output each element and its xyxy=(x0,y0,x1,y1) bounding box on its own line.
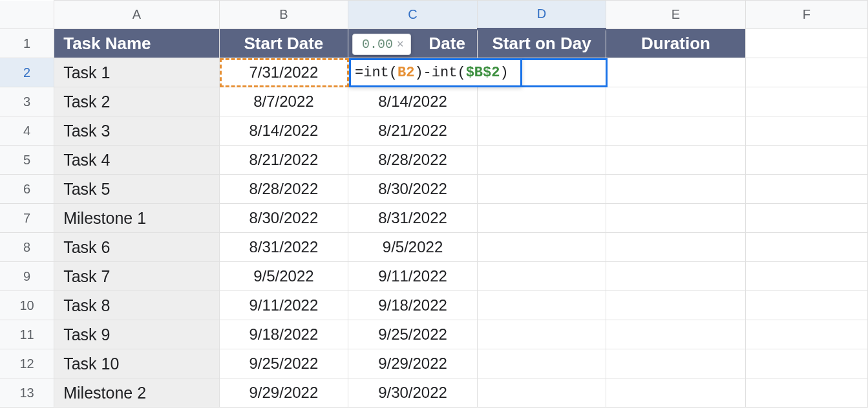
cell-B10[interactable]: 9/11/2022 xyxy=(219,291,348,320)
cell-B7[interactable]: 8/30/2022 xyxy=(219,204,348,233)
cell-A3[interactable]: Task 2 xyxy=(54,87,219,116)
cell-F9[interactable] xyxy=(745,262,867,291)
col-header-E[interactable]: E xyxy=(606,1,746,29)
cell-C10[interactable]: 9/18/2022 xyxy=(348,291,478,320)
cell-D12[interactable] xyxy=(477,349,606,378)
cell-B4[interactable]: 8/14/2022 xyxy=(219,116,348,146)
col-header-C[interactable]: C xyxy=(348,1,478,29)
cell-E7[interactable] xyxy=(606,204,746,233)
row-header-11[interactable]: 11 xyxy=(0,320,54,349)
cell-E3[interactable] xyxy=(606,87,746,116)
cell-E2[interactable] xyxy=(606,58,746,87)
cell-A5[interactable]: Task 4 xyxy=(54,146,219,175)
row-header-10[interactable]: 10 xyxy=(0,291,54,320)
cell-C13[interactable]: 9/30/2022 xyxy=(348,378,478,408)
cell-E1[interactable]: Duration xyxy=(606,29,746,58)
cell-F8[interactable] xyxy=(745,233,867,262)
formula-result-tooltip: 0.00 × xyxy=(352,34,411,55)
cell-B2[interactable]: 7/31/2022 xyxy=(219,58,348,87)
cell-F10[interactable] xyxy=(745,291,867,320)
close-icon[interactable]: × xyxy=(397,38,404,51)
cell-F4[interactable] xyxy=(745,116,867,146)
col-header-B[interactable]: B xyxy=(219,1,348,29)
cell-D1[interactable]: Start on Day xyxy=(477,29,606,58)
cell-A1[interactable]: Task Name xyxy=(54,29,219,58)
row-header-7[interactable]: 7 xyxy=(0,204,54,233)
cell-E13[interactable] xyxy=(606,378,746,408)
spreadsheet[interactable]: A B C D E F 1 Task Name Start Date Date … xyxy=(0,0,868,408)
cell-F5[interactable] xyxy=(745,146,867,175)
cell-E9[interactable] xyxy=(606,262,746,291)
cell-A10[interactable]: Task 8 xyxy=(54,291,219,320)
cell-D6[interactable] xyxy=(477,175,606,204)
cell-A8[interactable]: Task 6 xyxy=(54,233,219,262)
cell-D8[interactable] xyxy=(477,233,606,262)
cell-B5[interactable]: 8/21/2022 xyxy=(219,146,348,175)
cell-F2[interactable] xyxy=(745,58,867,87)
cell-E12[interactable] xyxy=(606,349,746,378)
cell-C7[interactable]: 8/31/2022 xyxy=(348,204,478,233)
cell-C6[interactable]: 8/30/2022 xyxy=(348,175,478,204)
cell-D3[interactable] xyxy=(477,87,606,116)
cell-F12[interactable] xyxy=(745,349,867,378)
cell-E8[interactable] xyxy=(606,233,746,262)
col-header-F[interactable]: F xyxy=(745,1,867,29)
cell-C12[interactable]: 9/29/2022 xyxy=(348,349,478,378)
cell-D13[interactable] xyxy=(477,378,606,408)
col-header-D[interactable]: D xyxy=(477,1,606,29)
cell-C4[interactable]: 8/21/2022 xyxy=(348,116,478,146)
cell-A6[interactable]: Task 5 xyxy=(54,175,219,204)
cell-A11[interactable]: Task 9 xyxy=(54,320,219,349)
cell-A13[interactable]: Milestone 2 xyxy=(54,378,219,408)
row-header-12[interactable]: 12 xyxy=(0,349,54,378)
cell-C9[interactable]: 9/11/2022 xyxy=(348,262,478,291)
row-header-13[interactable]: 13 xyxy=(0,378,54,408)
cell-E4[interactable] xyxy=(606,116,746,146)
cell-B9[interactable]: 9/5/2022 xyxy=(219,262,348,291)
cell-B3[interactable]: 8/7/2022 xyxy=(219,87,348,116)
cell-D4[interactable] xyxy=(477,116,606,146)
row-header-9[interactable]: 9 xyxy=(0,262,54,291)
cell-E10[interactable] xyxy=(606,291,746,320)
cell-C5[interactable]: 8/28/2022 xyxy=(348,146,478,175)
cell-E6[interactable] xyxy=(606,175,746,204)
formula-editor[interactable]: =int(B2)-int($B$2) xyxy=(349,58,522,87)
cell-B13[interactable]: 9/29/2022 xyxy=(219,378,348,408)
formula-text: =int(B2)-int($B$2) xyxy=(355,65,509,81)
row-header-1[interactable]: 1 xyxy=(0,29,54,58)
cell-A12[interactable]: Task 10 xyxy=(54,349,219,378)
cell-B12[interactable]: 9/25/2022 xyxy=(219,349,348,378)
cell-F1[interactable] xyxy=(745,29,867,58)
row-header-2[interactable]: 2 xyxy=(0,58,54,87)
cell-B1[interactable]: Start Date xyxy=(219,29,348,58)
cell-D7[interactable] xyxy=(477,204,606,233)
cell-F3[interactable] xyxy=(745,87,867,116)
cell-A7[interactable]: Milestone 1 xyxy=(54,204,219,233)
cell-C3[interactable]: 8/14/2022 xyxy=(348,87,478,116)
row-header-4[interactable]: 4 xyxy=(0,116,54,146)
cell-B8[interactable]: 8/31/2022 xyxy=(219,233,348,262)
cell-A9[interactable]: Task 7 xyxy=(54,262,219,291)
cell-D10[interactable] xyxy=(477,291,606,320)
row-header-6[interactable]: 6 xyxy=(0,175,54,204)
cell-C11[interactable]: 9/25/2022 xyxy=(348,320,478,349)
cell-D9[interactable] xyxy=(477,262,606,291)
cell-F13[interactable] xyxy=(745,378,867,408)
select-all-corner[interactable] xyxy=(0,1,54,29)
cell-C8[interactable]: 9/5/2022 xyxy=(348,233,478,262)
cell-F6[interactable] xyxy=(745,175,867,204)
row-header-3[interactable]: 3 xyxy=(0,87,54,116)
cell-E11[interactable] xyxy=(606,320,746,349)
cell-B6[interactable]: 8/28/2022 xyxy=(219,175,348,204)
cell-A4[interactable]: Task 3 xyxy=(54,116,219,146)
row-header-5[interactable]: 5 xyxy=(0,146,54,175)
cell-A2[interactable]: Task 1 xyxy=(54,58,219,87)
row-header-8[interactable]: 8 xyxy=(0,233,54,262)
cell-D11[interactable] xyxy=(477,320,606,349)
cell-D5[interactable] xyxy=(477,146,606,175)
cell-B11[interactable]: 9/18/2022 xyxy=(219,320,348,349)
cell-F7[interactable] xyxy=(745,204,867,233)
cell-E5[interactable] xyxy=(606,146,746,175)
cell-F11[interactable] xyxy=(745,320,867,349)
col-header-A[interactable]: A xyxy=(54,1,219,29)
